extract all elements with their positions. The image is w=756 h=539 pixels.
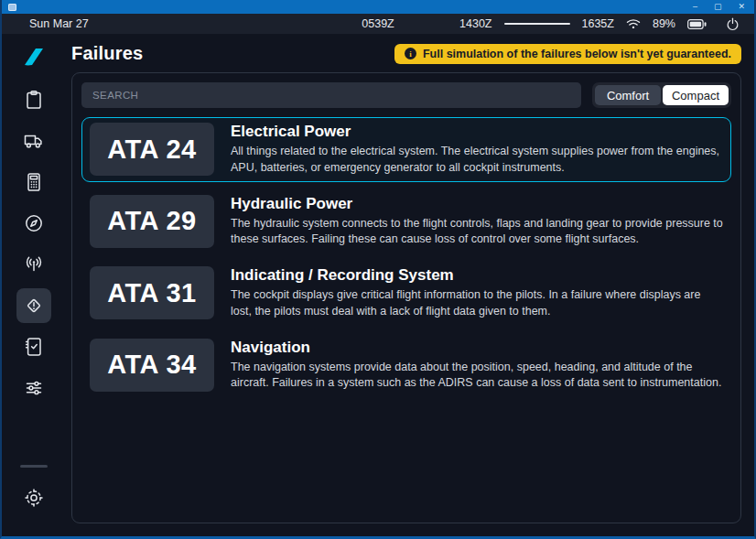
- sidebar-item-settings[interactable]: [16, 480, 51, 515]
- checklist-journal-icon: [23, 336, 45, 358]
- status-utc-time: 0539Z: [362, 17, 394, 30]
- window-maximize-button[interactable]: ▢: [714, 0, 722, 14]
- warning-banner: i Full simulation of the failures below …: [394, 44, 741, 64]
- app-icon: [8, 4, 16, 11]
- power-button-icon[interactable]: [726, 17, 740, 31]
- arrival-time: 1635Z: [582, 17, 614, 30]
- sidebar-item-dashboard[interactable]: [16, 82, 51, 117]
- sidebar-item-navigation[interactable]: [16, 206, 51, 241]
- failure-card-title: Hydraulic Power: [231, 195, 723, 213]
- view-compact-button[interactable]: Compact: [663, 85, 729, 105]
- search-input[interactable]: [81, 82, 581, 108]
- failure-card-ata29[interactable]: ATA 29 Hydraulic Power The hydraulic sys…: [81, 189, 731, 254]
- efb-statusbar: Sun Mar 27 0539Z 1430Z 1635Z 89%: [2, 14, 754, 34]
- info-icon: i: [405, 48, 416, 59]
- antenna-broadcast-icon: [23, 253, 45, 275]
- compass-icon: [23, 212, 45, 234]
- page-title: Failures: [71, 43, 143, 64]
- flight-progress-bar: [504, 23, 570, 25]
- warning-text: Full simulation of the failures below is…: [423, 48, 731, 60]
- view-comfort-button[interactable]: Comfort: [595, 85, 661, 105]
- clipboard-icon: [23, 89, 45, 111]
- failure-card-ata34[interactable]: ATA 34 Navigation The navigation systems…: [81, 333, 731, 398]
- calculator-icon: [23, 171, 45, 193]
- failures-page: Failures i Full simulation of the failur…: [66, 34, 754, 536]
- gear-icon: [23, 487, 45, 509]
- window-minimize-button[interactable]: –: [693, 0, 697, 14]
- battery-percent: 89%: [653, 17, 675, 30]
- sliders-icon: [23, 377, 45, 399]
- ata-badge: ATA 24: [90, 123, 214, 176]
- battery-icon: [687, 19, 707, 29]
- failure-card-description: The hydraulic system connects to the fli…: [231, 216, 723, 249]
- failures-diamond-exclamation-icon: [23, 295, 45, 317]
- ata-badge: ATA 29: [90, 195, 214, 248]
- sidebar-item-presets[interactable]: [16, 371, 51, 405]
- app-window: – ▢ ✕ Sun Mar 27 0539Z 1430Z 1635Z 89%: [0, 0, 756, 539]
- failures-panel: Comfort Compact ATA 24 Electrical Power …: [71, 72, 741, 523]
- window-close-button[interactable]: ✕: [738, 0, 745, 14]
- failure-card-title: Navigation: [231, 339, 723, 357]
- truck-icon: [23, 130, 45, 152]
- flybywire-logo-icon: [22, 46, 46, 68]
- sidebar: [2, 34, 66, 536]
- view-toggle: Comfort Compact: [592, 82, 731, 108]
- ata-badge: ATA 31: [90, 266, 214, 319]
- failure-card-title: Indicating / Recording System: [231, 266, 723, 285]
- sidebar-item-ground-services[interactable]: [16, 124, 51, 158]
- sidebar-item-failures[interactable]: [16, 288, 51, 323]
- ata-badge: ATA 34: [90, 339, 214, 392]
- wifi-icon: [626, 18, 641, 29]
- sidebar-divider: [20, 465, 48, 468]
- failure-card-description: The navigation systems provide data abou…: [231, 360, 723, 393]
- departure-time: 1430Z: [459, 17, 491, 30]
- os-titlebar: – ▢ ✕: [2, 0, 754, 14]
- failure-card-description: The cockpit displays give critical fligh…: [231, 287, 723, 320]
- sidebar-item-checklists[interactable]: [16, 329, 51, 364]
- failure-card-ata31[interactable]: ATA 31 Indicating / Recording System The…: [81, 261, 731, 326]
- failure-card-description: All things related to the electrical sys…: [231, 144, 723, 177]
- status-date: Sun Mar 27: [29, 17, 89, 30]
- sidebar-item-atc[interactable]: [16, 247, 51, 282]
- failure-category-list: ATA 24 Electrical Power All things relat…: [81, 117, 731, 397]
- sidebar-item-performance[interactable]: [16, 165, 51, 199]
- failure-card-title: Electrical Power: [231, 123, 723, 141]
- failure-card-ata24[interactable]: ATA 24 Electrical Power All things relat…: [81, 117, 731, 182]
